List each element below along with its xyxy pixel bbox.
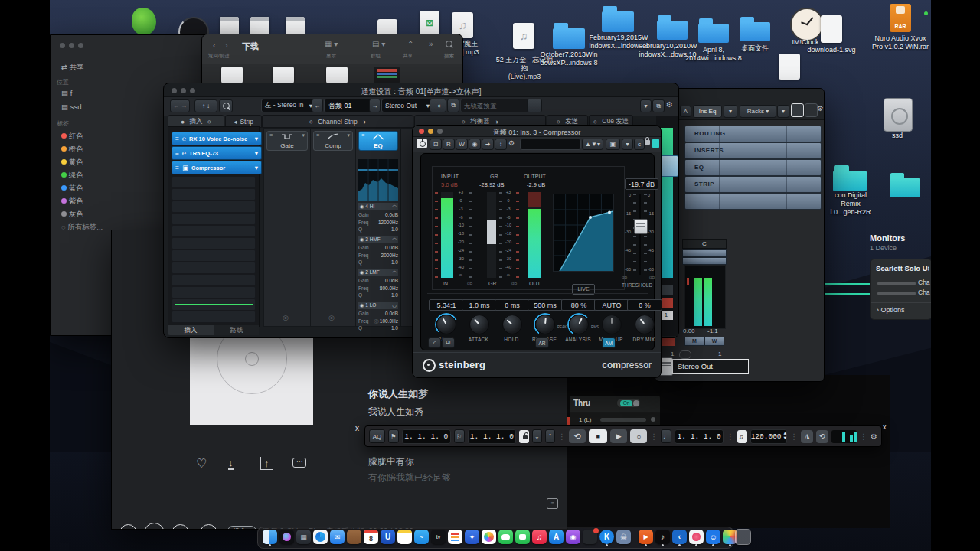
dock-icon-notes-brown[interactable] — [347, 530, 361, 544]
hold-value[interactable]: 0 ms — [495, 299, 530, 311]
ins-eq-button[interactable]: Ins Eq — [693, 105, 722, 118]
ratio-value[interactable]: 5.34:1 — [429, 299, 464, 311]
svg-file-label[interactable]: download-1.svg — [805, 46, 858, 54]
channel-name-field[interactable]: 音频 01 — [324, 99, 372, 112]
cycle-button[interactable]: ⟲ — [569, 429, 586, 443]
insert-slot-empty[interactable] — [172, 225, 256, 237]
dock-icon-podcasts[interactable]: ◉ — [566, 530, 580, 544]
sidebar-tag-blue[interactable]: 蓝色 — [61, 184, 83, 194]
insert-slot-empty[interactable] — [172, 213, 256, 225]
sidebar-tag-gray[interactable]: 灰色 — [61, 210, 83, 220]
dock-icon-launchpad[interactable]: ▦ — [296, 530, 311, 544]
insert-slot-2[interactable]: ≡℮TR5 EQ-73▾ — [172, 146, 262, 160]
stop-button[interactable]: ■ — [589, 429, 607, 443]
thumbnail-dark[interactable] — [374, 67, 400, 83]
position-display[interactable]: 1. 1. 1. 0 — [675, 429, 724, 444]
insert-slot-3[interactable]: ≡▣Compressor▾ — [172, 161, 262, 174]
channel-slider-1[interactable] — [877, 282, 916, 285]
dock-icon-swift[interactable]: ~ — [414, 530, 429, 544]
dock-icon-app-pink[interactable] — [689, 530, 704, 544]
prev-channel-button[interactable]: ← — [312, 99, 323, 112]
options-disclosure[interactable]: › Options — [877, 306, 905, 314]
agents-dropdown[interactable]: ▾ — [724, 105, 737, 118]
dock-icon-app-dark[interactable] — [583, 530, 597, 544]
view-icon[interactable]: ▦ ▾ — [325, 40, 338, 48]
channel-slider-2[interactable] — [877, 292, 916, 295]
preset-prev-next[interactable]: ↕ — [495, 139, 507, 150]
dock-icon-facetime[interactable] — [515, 530, 530, 544]
window-layout-button-2[interactable] — [805, 103, 818, 117]
dock-icon-trash[interactable] — [735, 529, 751, 545]
forward-icon[interactable]: › — [225, 41, 228, 50]
eq-band-header[interactable]: ◉ 4 HI◠ — [358, 203, 398, 210]
rack-inserts[interactable]: INSERTS — [684, 142, 822, 159]
gear-icon[interactable]: ⚙ — [666, 100, 673, 109]
insert-slot-empty[interactable] — [172, 237, 256, 249]
menu-dropdown[interactable]: ▾ — [622, 139, 633, 150]
layout-button[interactable]: ⧉ — [652, 99, 665, 112]
read-button[interactable]: R — [443, 139, 455, 150]
dock-icon-safari[interactable] — [313, 530, 328, 544]
left-locator-display[interactable]: 1. 1. 1. 0 — [402, 429, 451, 444]
mixconsole-a-button[interactable]: A — [680, 106, 691, 117]
comment-icon[interactable]: ⋯ — [292, 458, 306, 468]
dock-icon-tiktok[interactable]: ♪ — [655, 530, 670, 544]
right-locator-display[interactable]: 1. 1. 1. 0 — [468, 429, 517, 444]
window-layout-button[interactable] — [791, 103, 804, 117]
dock-icon-app-smiley[interactable]: ☺ — [706, 530, 720, 544]
thumbnail[interactable] — [273, 67, 294, 83]
thru-channel-slider[interactable] — [600, 418, 646, 422]
play-button[interactable]: ▶ — [610, 429, 627, 443]
preset-field[interactable] — [520, 139, 581, 150]
auto-makeup-button[interactable]: AM — [602, 337, 616, 348]
white-file-icon[interactable] — [779, 54, 800, 80]
activate-button[interactable] — [416, 139, 427, 148]
right-locator-flag-icon[interactable]: ⚐ — [454, 429, 465, 443]
gear-icon[interactable]: ⚙ — [508, 139, 514, 147]
sidebar-item-ssd[interactable]: ▤ ssd — [61, 103, 81, 111]
drymix-knob[interactable] — [635, 315, 655, 334]
insert-slot-empty[interactable] — [172, 249, 256, 262]
folder-remix-label[interactable]: con Digital Remixl.0...gen-R2R — [827, 191, 874, 216]
insert-slot-empty[interactable] — [172, 201, 256, 213]
dock-icon-calendar[interactable]: 8 — [364, 530, 378, 544]
qc-button[interactable]: c — [634, 139, 645, 150]
makeup-value[interactable]: AUTO — [594, 299, 629, 311]
threshold-fader-track[interactable] — [639, 194, 641, 275]
folder-february19[interactable] — [602, 6, 634, 32]
folder-remix[interactable] — [833, 165, 867, 191]
quality-selector[interactable]: 标准 ˄ — [227, 526, 256, 530]
dock-icon-premiere[interactable]: ▶ — [639, 530, 653, 544]
sidebar-tag-green[interactable]: 绿色 — [61, 171, 83, 181]
dock-icon-appletv[interactable]: tv — [431, 530, 446, 544]
thru-toggle[interactable]: On — [617, 399, 640, 407]
dock-icon-siri[interactable] — [279, 530, 294, 544]
dock-icon-photos[interactable] — [482, 530, 496, 544]
eq-band-header[interactable]: ◉ 3 HMF◠ — [358, 236, 398, 243]
punch-in-icon[interactable]: ⌄ — [532, 429, 542, 443]
folder-april[interactable] — [698, 18, 729, 43]
edit-channel-button[interactable]: ⇥ — [430, 99, 446, 112]
solo-button-row[interactable] — [682, 257, 727, 265]
previous-button[interactable]: ❘◀ — [119, 524, 137, 530]
module-bypass-icon[interactable]: ◎ — [328, 314, 335, 321]
folder-october[interactable] — [553, 23, 585, 49]
download-icon[interactable]: ↓ — [228, 457, 234, 470]
sidebar-all-tags[interactable]: ◌ 所有标签... — [61, 223, 103, 233]
channel-search-button[interactable] — [219, 99, 233, 112]
transport-gear-icon[interactable]: ⚙ — [871, 432, 877, 441]
close-transport-right[interactable]: x — [883, 423, 887, 431]
module-bypass-icon[interactable]: ◎ — [374, 318, 379, 324]
folder-february10[interactable] — [657, 15, 688, 40]
dock-icon-music[interactable]: ♫ — [532, 530, 547, 544]
lock-punch-button[interactable] — [519, 430, 529, 443]
share-icon[interactable]: ⌃ — [407, 40, 413, 48]
eq-band-header[interactable]: ◉ 2 LMF◠ — [358, 269, 398, 276]
analysis-value[interactable]: 80 % — [561, 299, 596, 311]
play-button[interactable]: ▶ — [144, 523, 165, 530]
insert-slot-green[interactable] — [172, 298, 256, 311]
insert-slot-empty[interactable] — [172, 262, 256, 274]
attack-knob[interactable] — [469, 315, 489, 334]
attack-value[interactable]: 1.0 ms — [462, 299, 497, 311]
bypass-button[interactable]: ⊡ — [430, 139, 442, 150]
